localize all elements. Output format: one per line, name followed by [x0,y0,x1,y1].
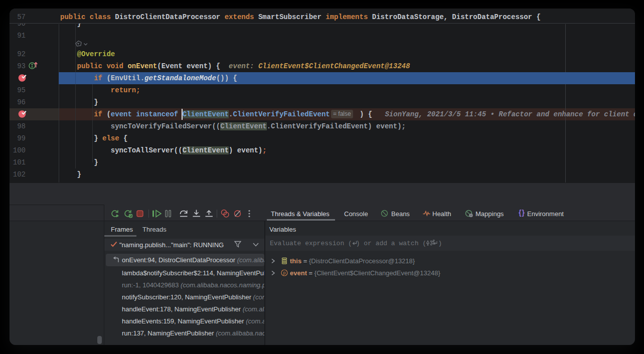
svg-text:p: p [283,270,285,275]
